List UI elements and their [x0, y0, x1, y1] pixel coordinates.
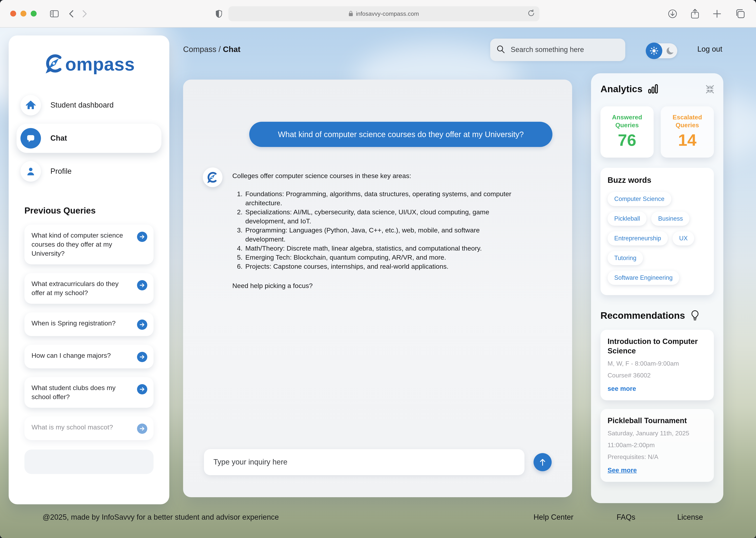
- list-number: 5.: [232, 253, 243, 262]
- buzzword-pill[interactable]: Software Engineering: [608, 271, 679, 285]
- recommendation-course-number: Course# 36002: [608, 372, 707, 379]
- buzz-words-title: Buzz words: [608, 176, 707, 185]
- minimize-window-button[interactable]: [21, 11, 26, 17]
- previous-query-text: What kind of computer science courses do…: [31, 231, 133, 258]
- list-text: Programming: Languages (Python, Java, C+…: [245, 226, 521, 244]
- dark-mode-icon[interactable]: [666, 46, 675, 55]
- list-number: 3.: [232, 226, 243, 244]
- see-more-link[interactable]: see more: [608, 385, 636, 393]
- recommendation-date: Saturday, January 11th, 2025: [608, 429, 707, 437]
- previous-query-card-partial: [24, 450, 154, 474]
- escalated-queries-card: Escalated Queries 14: [661, 106, 714, 158]
- profile-icon: [21, 161, 41, 182]
- chat-input[interactable]: [213, 457, 516, 467]
- previous-query-text: When is Spring registration?: [31, 319, 133, 328]
- stat-label: Answered Queries: [603, 114, 651, 129]
- sidebar-item-chat[interactable]: Chat: [17, 124, 162, 153]
- collapse-icon[interactable]: [705, 84, 715, 94]
- arrow-right-icon[interactable]: [137, 424, 147, 434]
- new-tab-icon[interactable]: [713, 9, 721, 18]
- buzzword-pill[interactable]: Business: [651, 212, 690, 226]
- buzzword-pill[interactable]: Entrepreneurship: [608, 231, 668, 245]
- compass-logo[interactable]: ompass: [9, 52, 169, 77]
- chat-input-bar[interactable]: [204, 449, 525, 475]
- browser-back-icon[interactable]: [69, 10, 73, 18]
- bot-list-item: 6.Projects: Capstone courses, internship…: [232, 262, 524, 271]
- breadcrumb: Compass / Chat: [183, 45, 240, 54]
- previous-query-card[interactable]: What extracurriculars do they offer at m…: [24, 273, 154, 304]
- previous-query-card[interactable]: What kind of computer science courses do…: [24, 225, 154, 264]
- privacy-shield-icon[interactable]: [215, 10, 222, 18]
- recommendation-title: Introduction to Computer Science: [608, 337, 707, 356]
- stat-value: 76: [603, 131, 651, 150]
- list-text: Math/Theory: Discrete math, linear algeb…: [245, 244, 521, 253]
- recommendation-title: Pickleball Tournament: [608, 416, 707, 425]
- recommendation-schedule: M, W, F - 8:00am-9:00am: [608, 360, 707, 368]
- breadcrumb-root[interactable]: Compass: [183, 45, 216, 54]
- see-more-link[interactable]: See more: [608, 466, 637, 474]
- buzzword-pill[interactable]: Tutoring: [608, 251, 643, 265]
- footer-link-faqs[interactable]: FAQs: [617, 513, 635, 522]
- previous-query-card[interactable]: How can I change majors?: [24, 345, 154, 368]
- arrow-right-icon[interactable]: [137, 232, 147, 242]
- recommendation-card[interactable]: Pickleball Tournament Saturday, January …: [600, 409, 714, 482]
- buzzword-pill[interactable]: UX: [673, 231, 694, 245]
- footer-link-license[interactable]: License: [677, 513, 703, 522]
- stat-value: 14: [663, 131, 712, 150]
- bot-list-item: 3.Programming: Languages (Python, Java, …: [232, 226, 524, 244]
- reload-icon[interactable]: [528, 9, 535, 17]
- previous-query-card[interactable]: When is Spring registration?: [24, 312, 154, 336]
- buzzword-pill[interactable]: Pickleball: [608, 212, 647, 226]
- bar-chart-icon: [648, 83, 658, 94]
- analytics-title: Analytics: [600, 83, 642, 94]
- compass-logo-text: ompass: [65, 54, 135, 75]
- app-window: infosavvy-compass.com: [0, 0, 756, 538]
- buzz-words-card: Buzz words Computer Science Pickleball B…: [600, 168, 714, 295]
- analytics-panel: Analytics Answered Queries 76 Escalated …: [591, 73, 723, 503]
- sidebar-item-label: Chat: [50, 134, 67, 143]
- list-number: 2.: [232, 208, 243, 226]
- sidebar-item-label: Profile: [50, 167, 72, 176]
- url-bar[interactable]: infosavvy-compass.com: [228, 6, 539, 21]
- footer-link-help-center[interactable]: Help Center: [534, 513, 574, 522]
- recommendations-title: Recommendations: [600, 310, 685, 321]
- previous-query-text: What extracurriculars do they offer at m…: [31, 279, 133, 297]
- previous-query-card[interactable]: What is my school mascot?: [24, 416, 154, 440]
- user-message-bubble: What kind of computer science courses do…: [249, 122, 552, 147]
- close-window-button[interactable]: [10, 11, 16, 17]
- breadcrumb-separator: /: [218, 45, 221, 54]
- search-input[interactable]: [510, 45, 619, 54]
- browser-forward-icon[interactable]: [82, 10, 87, 18]
- previous-query-card[interactable]: What student clubs does my school offer?: [24, 377, 154, 408]
- recommendation-prerequisites: Prerequisites: N/A: [608, 453, 707, 461]
- theme-toggle[interactable]: [646, 43, 677, 58]
- arrow-right-icon[interactable]: [137, 384, 147, 394]
- zoom-window-button[interactable]: [31, 11, 37, 17]
- bot-message: Colleges offer computer science courses …: [232, 171, 524, 291]
- stat-label: Escalated Queries: [663, 114, 712, 129]
- send-button[interactable]: [534, 453, 552, 471]
- sidebar-item-label: Student dashboard: [50, 101, 114, 110]
- buzzword-pill[interactable]: Computer Science: [608, 192, 671, 206]
- recommendation-card[interactable]: Introduction to Computer Science M, W, F…: [600, 330, 714, 400]
- bot-followup: Need help picking a focus?: [232, 281, 524, 291]
- global-search[interactable]: [490, 39, 625, 61]
- share-icon[interactable]: [691, 9, 699, 19]
- answered-queries-card: Answered Queries 76: [600, 106, 654, 158]
- bot-list-item: 5.Emerging Tech: Blockchain, quantum com…: [232, 253, 524, 262]
- arrow-right-icon[interactable]: [137, 320, 147, 330]
- light-mode-icon[interactable]: [646, 42, 662, 59]
- buzz-words-list: Computer Science Pickleball Business Ent…: [608, 192, 707, 285]
- arrow-right-icon[interactable]: [137, 352, 147, 362]
- arrow-right-icon[interactable]: [137, 280, 147, 291]
- tab-overview-icon[interactable]: [735, 9, 745, 18]
- browser-sidebar-icon[interactable]: [50, 10, 59, 17]
- footer-copyright: @2025, made by InfoSavvy for a better st…: [42, 513, 279, 522]
- sidebar-item-student-dashboard[interactable]: Student dashboard: [9, 92, 169, 118]
- downloads-icon[interactable]: [668, 9, 677, 18]
- list-text: Foundations: Programming, algorithms, da…: [245, 189, 521, 208]
- logout-button[interactable]: Log out: [697, 45, 722, 54]
- sidebar-item-profile[interactable]: Profile: [9, 158, 169, 185]
- bot-list-item: 1.Foundations: Programming, algorithms, …: [232, 189, 524, 208]
- previous-query-text: How can I change majors?: [31, 351, 133, 360]
